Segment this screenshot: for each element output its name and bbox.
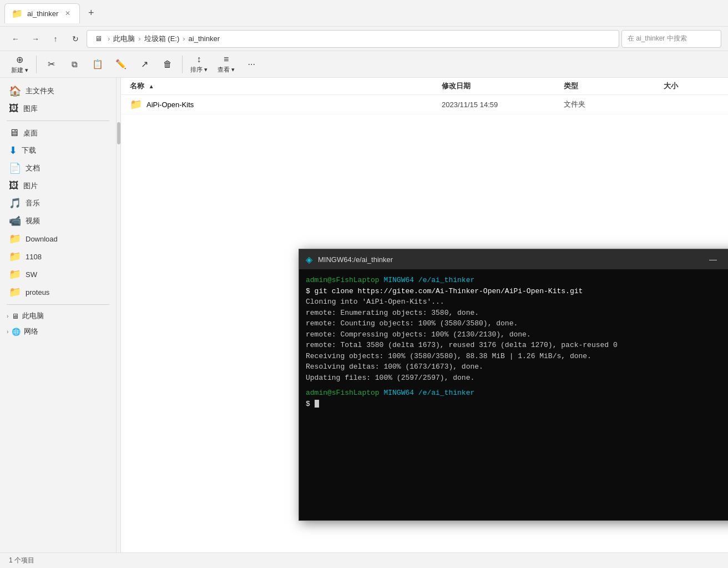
col-name-label: 名称 bbox=[130, 82, 144, 90]
music-icon: 🎵 bbox=[9, 197, 21, 209]
network-icon: 🌐 bbox=[12, 328, 21, 336]
new-label: 新建 ▾ bbox=[11, 66, 28, 74]
sidebar-item-videos[interactable]: 📹 视频 📌 bbox=[0, 212, 116, 230]
computer-icon: 🖥 bbox=[93, 30, 104, 48]
terminal-logo-icon: ◈ bbox=[306, 254, 312, 265]
sidebar-label-thispc: 此电脑 bbox=[22, 311, 44, 321]
col-size-label: 大小 bbox=[664, 82, 678, 90]
sidebar-item-1108[interactable]: 📁 1108 bbox=[0, 248, 116, 265]
breadcrumb: 🖥 › 此电脑 › 垃圾箱 (E:) › ai_thinker bbox=[87, 30, 619, 48]
terminal-line-11: admin@sFishLaptop MINGW64 /e/ai_thinker bbox=[306, 388, 728, 399]
sidebar-group-network[interactable]: › 🌐 网络 bbox=[0, 324, 116, 339]
terminal-titlebar: ◈ MINGW64:/e/ai_thinker — □ ✕ bbox=[299, 249, 728, 269]
col-header-type[interactable]: 类型 bbox=[564, 81, 664, 91]
folder-1108-icon: 📁 bbox=[9, 250, 21, 263]
breadcrumb-thispc[interactable]: 此电脑 bbox=[113, 34, 135, 44]
sidebar-item-music[interactable]: 🎵 音乐 📌 bbox=[0, 194, 116, 212]
sort-label: 排序 ▾ bbox=[190, 66, 208, 74]
sidebar-divider-2 bbox=[7, 304, 109, 305]
terminal-line-10: Updating files: 100% (2597/2597), done. bbox=[306, 373, 728, 384]
terminal-line-9: Resolving deltas: 100% (1673/1673), done… bbox=[306, 361, 728, 373]
sidebar-label-pictures: 图片 bbox=[23, 181, 38, 191]
breadcrumb-sep1: › bbox=[138, 34, 140, 43]
toolbar: ⊕ 新建 ▾ ✂ ⧉ 📋 ✏️ ↗ 🗑 ↕ 排序 ▾ ≡ 查看 ▾ ··· bbox=[0, 51, 728, 78]
col-header-size[interactable]: 大小 bbox=[664, 81, 719, 91]
sidebar-item-downloads[interactable]: ⬇ 下载 📌 bbox=[0, 142, 116, 159]
breadcrumb-arrow: › bbox=[108, 34, 110, 43]
sidebar-item-desktop[interactable]: 🖥 桌面 📌 bbox=[0, 124, 116, 142]
new-button[interactable]: ⊕ 新建 ▾ bbox=[7, 53, 33, 76]
content-area: 名称 ▲ 修改日期 类型 大小 📁 AiPi-Open-Kits 2023/11… bbox=[121, 78, 728, 552]
expand-arrow-thispc: › bbox=[7, 313, 8, 319]
sidebar-label-sw: SW bbox=[26, 270, 37, 279]
terminal-cmd: $ git clone https://gitee.com/Ai-Thinker… bbox=[306, 287, 583, 295]
breadcrumb-drive[interactable]: 垃圾箱 (E:) bbox=[144, 34, 180, 44]
search-box[interactable]: 在 ai_thinker 中搜索 bbox=[621, 30, 721, 48]
terminal-output-8: Receiving objects: 100% (3580/3580), 88.… bbox=[306, 352, 592, 360]
view-button[interactable]: ≡ 查看 ▾ bbox=[213, 53, 239, 76]
pictures-icon: 🖼 bbox=[9, 180, 19, 192]
up-button[interactable]: ↑ bbox=[47, 30, 64, 48]
col-header-date[interactable]: 修改日期 bbox=[442, 81, 564, 91]
sidebar-group-thispc[interactable]: › 🖥 此电脑 bbox=[0, 308, 116, 324]
sidebar-scrollbar bbox=[117, 78, 121, 552]
rename-button[interactable]: ✏️ bbox=[110, 53, 132, 76]
more-button[interactable]: ··· bbox=[240, 53, 262, 76]
terminal-location-1: MINGW64 /e/ai_thinker bbox=[383, 276, 474, 284]
active-tab[interactable]: 📁 ai_thinker ✕ bbox=[4, 3, 80, 23]
terminal-line-3: Cloning into 'AiPi-Open-Kits'... bbox=[306, 296, 728, 308]
terminal-output-7: remote: Total 3580 (delta 1673), reused … bbox=[306, 341, 618, 349]
terminal-line-2: $ git clone https://gitee.com/Ai-Thinker… bbox=[306, 286, 728, 297]
delete-button[interactable]: 🗑 bbox=[156, 53, 179, 76]
col-header-name[interactable]: 名称 ▲ bbox=[130, 81, 442, 91]
sidebar-item-download-folder[interactable]: 📁 Download bbox=[0, 230, 116, 248]
sidebar-item-gallery[interactable]: 🖼 图库 bbox=[0, 100, 116, 117]
row-name-text: AiPi-Open-Kits bbox=[146, 100, 194, 109]
view-icon: ≡ bbox=[224, 54, 229, 64]
toolbar-separator-2 bbox=[182, 56, 183, 73]
back-button[interactable]: ← bbox=[7, 30, 24, 48]
paste-button[interactable]: 📋 bbox=[87, 53, 109, 76]
tab-close-button[interactable]: ✕ bbox=[63, 8, 73, 18]
cut-button[interactable]: ✂ bbox=[40, 53, 62, 76]
terminal-line-4: remote: Enumerating objects: 3580, done. bbox=[306, 308, 728, 319]
videos-icon: 📹 bbox=[9, 215, 21, 227]
terminal-line-12: $ bbox=[306, 399, 728, 410]
folder-row-icon: 📁 bbox=[130, 98, 142, 110]
paste-icon: 📋 bbox=[92, 59, 103, 69]
col-date-label: 修改日期 bbox=[442, 82, 471, 90]
terminal-body[interactable]: admin@sFishLaptop MINGW64 /e/ai_thinker … bbox=[299, 269, 728, 520]
copy-button[interactable]: ⧉ bbox=[63, 53, 85, 76]
sidebar-scrollbar-thumb[interactable] bbox=[117, 122, 120, 144]
sidebar-divider-1 bbox=[7, 120, 109, 121]
copy-icon: ⧉ bbox=[72, 59, 78, 69]
more-icon: ··· bbox=[248, 59, 255, 69]
sidebar-item-sw[interactable]: 📁 SW bbox=[0, 265, 116, 283]
table-row[interactable]: 📁 AiPi-Open-Kits 2023/11/15 14:59 文件夹 bbox=[121, 95, 728, 114]
terminal-minimize-button[interactable]: — bbox=[705, 252, 721, 267]
row-date-cell: 2023/11/15 14:59 bbox=[442, 100, 564, 109]
terminal-line-5: remote: Counting objects: 100% (3580/358… bbox=[306, 318, 728, 329]
terminal-output-4: remote: Enumerating objects: 3580, done. bbox=[306, 309, 479, 317]
sidebar-label-download: Download bbox=[26, 235, 58, 243]
forward-button[interactable]: → bbox=[27, 30, 44, 48]
sidebar-label-network: 网络 bbox=[24, 326, 38, 336]
sort-button[interactable]: ↕ 排序 ▾ bbox=[186, 53, 212, 76]
refresh-button[interactable]: ↻ bbox=[67, 30, 84, 48]
row-name-cell: 📁 AiPi-Open-Kits bbox=[130, 98, 442, 110]
documents-icon: 📄 bbox=[9, 162, 21, 174]
share-button[interactable]: ↗ bbox=[133, 53, 155, 76]
thispc-icon: 🖥 bbox=[12, 312, 19, 320]
sidebar-item-pictures[interactable]: 🖼 图片 📌 bbox=[0, 177, 116, 194]
sidebar-item-documents[interactable]: 📄 文档 📌 bbox=[0, 159, 116, 177]
new-tab-button[interactable]: + bbox=[82, 4, 100, 22]
terminal-user-1: admin@sFishLaptop bbox=[306, 276, 383, 284]
sidebar-item-proteus[interactable]: 📁 proteus bbox=[0, 283, 116, 301]
gallery-icon: 🖼 bbox=[9, 103, 19, 114]
cut-icon: ✂ bbox=[48, 59, 55, 69]
delete-icon: 🗑 bbox=[163, 59, 172, 69]
sidebar-item-home[interactable]: 🏠 主文件夹 bbox=[0, 82, 116, 100]
breadcrumb-folder[interactable]: ai_thinker bbox=[189, 34, 220, 43]
sidebar-label-music: 音乐 bbox=[26, 198, 40, 208]
search-placeholder: 在 ai_thinker 中搜索 bbox=[628, 34, 687, 43]
